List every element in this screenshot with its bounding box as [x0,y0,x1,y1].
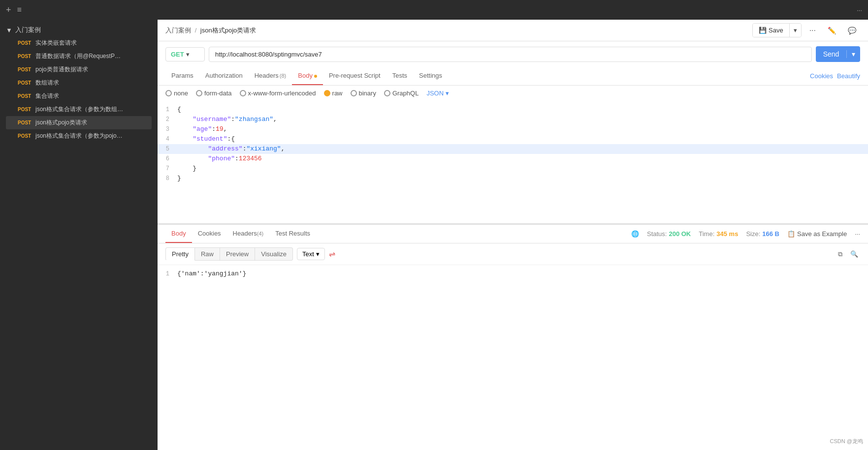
item-name: json格式集合请求（参数为数组… [35,105,123,114]
save-example-button[interactable]: 📋 Save as Example [787,230,847,238]
option-label: none [174,90,188,97]
wrap-button[interactable]: ⇌ [325,247,339,261]
body-option[interactable]: form-data [196,90,232,97]
resp-tabs: BodyCookiesHeaders(4)Test Results [165,225,316,243]
body-option[interactable]: binary [351,90,376,97]
code-line: 7 } [158,164,868,174]
sidebar-item[interactable]: POST pojo类普通数据请求 [6,63,152,76]
response-meta: 🌐 Status: 200 OK Time: 345 ms Size: 166 … [631,230,860,238]
request-tab[interactable]: Headers(8) [249,67,292,85]
comment-button[interactable]: 💬 [844,25,860,36]
save-label: Save [769,27,783,34]
save-example-icon: 📋 [787,230,795,238]
method-badge: POST [18,67,32,72]
line-content: "username":"zhangsan", [177,115,868,124]
format-tab[interactable]: Raw [195,247,220,261]
sidebar-item[interactable]: POST json格式集合请求（参数为数组… [6,103,152,116]
method-select[interactable]: GET ▾ [165,47,205,61]
option-label: x-www-form-urlencoded [248,90,316,97]
body-option[interactable]: raw [324,90,343,97]
body-option[interactable]: x-www-form-urlencoded [240,90,316,97]
radio-circle [351,90,357,96]
line-number: 7 [158,164,177,174]
more-icon[interactable]: ··· [857,6,862,14]
cookies-link[interactable]: Cookies [810,72,833,80]
sidebar-item[interactable]: POST 普通数据请求（用@RequestP… [6,50,152,63]
request-tab[interactable]: Authorization [199,67,249,85]
line-number: 2 [158,115,177,124]
text-label: Text [302,250,314,258]
sidebar-item[interactable]: POST json格式集合请求（参数为pojo… [6,129,152,143]
collection-header[interactable]: ▼ 入门案例 [6,24,152,36]
method-badge: POST [18,133,32,139]
response-tabs: BodyCookiesHeaders(4)Test Results 🌐 Stat… [158,225,868,243]
method-badge: POST [18,80,32,86]
code-line: 2 "username":"zhangsan", [158,115,868,124]
line-content: { [177,105,868,115]
status-value: 200 OK [669,230,691,238]
request-tab[interactable]: Pre-request Script [323,67,386,85]
save-button[interactable]: 💾 Save [753,24,789,37]
format-select[interactable]: JSON ▾ [426,90,449,97]
response-tab[interactable]: Cookies [192,225,227,243]
url-bar: GET ▾ Send ▾ [158,41,868,67]
top-bar: + ≡ ··· [0,0,868,20]
breadcrumb: 入门案例 / json格式pojo类请求 [165,26,256,35]
response-section: BodyCookiesHeaders(4)Test Results 🌐 Stat… [158,224,868,450]
time-label: Time: [699,230,714,238]
request-tab[interactable]: Params [165,67,199,85]
method-badge: POST [18,54,32,59]
request-tab[interactable]: Tests [386,67,413,85]
format-tab[interactable]: Visualize [255,247,293,261]
body-option[interactable]: none [165,90,188,97]
size-label: Size: [746,230,760,238]
sidebar-item[interactable]: POST 数组请求 [6,76,152,90]
save-dropdown-button[interactable]: ▾ [789,24,801,37]
option-label: binary [359,90,376,97]
code-editor[interactable]: 1 { 2 "username":"zhangsan", 3 "age":19,… [158,101,868,224]
radio-circle [324,90,330,96]
format-tab[interactable]: Preview [220,247,255,261]
response-more-button[interactable]: ··· [855,230,860,238]
radio-circle [165,90,172,96]
line-content: "age":19, [177,124,868,134]
edit-button[interactable]: ✏️ [824,25,840,36]
request-tab[interactable]: Settings [413,67,448,85]
radio-circle [240,90,246,96]
url-input[interactable] [209,47,812,62]
tab-right-actions: Cookies Beautify [810,72,860,80]
text-select[interactable]: Text ▾ [297,248,325,260]
sidebar-item[interactable]: POST json格式pojo类请求 [6,116,152,129]
request-more-button[interactable]: ··· [805,24,820,37]
method-badge: POST [18,120,32,125]
request-tabs: ParamsAuthorizationHeaders(8)BodyPre-req… [158,67,868,86]
method-arrow-icon: ▾ [186,51,190,58]
format-arrow-icon: ▾ [446,90,449,97]
code-line: 3 "age":19, [158,124,868,134]
send-button[interactable]: Send ▾ [816,46,860,62]
format-tab[interactable]: Pretty [165,247,195,261]
sidebar-item[interactable]: POST 实体类嵌套请求 [6,36,152,50]
option-label: form-data [204,90,232,97]
request-tab[interactable]: Body [292,67,323,85]
collapse-arrow-icon: ▼ [6,27,12,34]
line-content: "address":"xixiang", [177,144,868,154]
add-icon[interactable]: + [6,5,11,15]
option-label: GraphQL [392,90,418,97]
sidebar-item[interactable]: POST 集合请求 [6,90,152,103]
response-tab[interactable]: Test Results [269,225,316,243]
send-dropdown-icon[interactable]: ▾ [846,50,860,58]
menu-icon[interactable]: ≡ [17,5,22,14]
save-icon: 💾 [759,27,767,34]
search-icon[interactable]: 🔍 [848,248,860,260]
line-number: 1 [158,269,177,279]
tab-badge: (4) [257,231,263,237]
breadcrumb-sep: / [195,27,198,34]
response-tab[interactable]: Body [165,225,192,243]
beautify-link[interactable]: Beautify [837,72,860,80]
collection-name: 入门案例 [15,26,41,34]
response-tab[interactable]: Headers(4) [227,225,270,243]
copy-icon[interactable]: ⧉ [836,248,844,260]
line-content: "student":{ [177,134,868,144]
body-option[interactable]: GraphQL [384,90,418,97]
